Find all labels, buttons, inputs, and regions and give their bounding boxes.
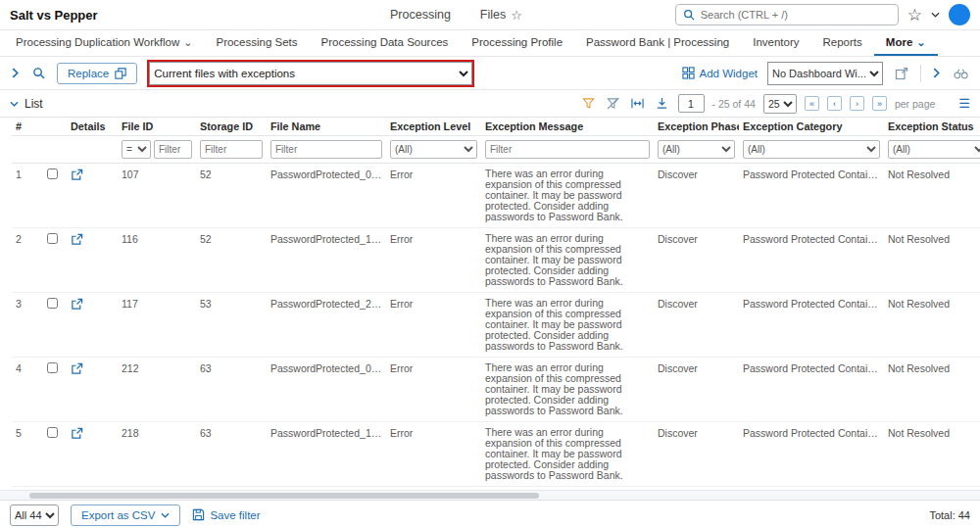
- top-tab-files[interactable]: Files ☆: [480, 8, 522, 23]
- row-checkbox[interactable]: [47, 233, 58, 244]
- table-row[interactable]: 2 116 52 PasswordProtected_1.zip Error T…: [12, 228, 980, 293]
- funnel-icon: [582, 97, 595, 110]
- open-details-icon[interactable]: [71, 362, 83, 375]
- exception-message-filter-input[interactable]: [485, 140, 650, 159]
- cell-exception-status: Not Resolved: [884, 228, 980, 293]
- clear-filter-button[interactable]: [605, 95, 621, 112]
- cell-file-id: 212: [118, 358, 196, 422]
- fit-width-icon: [631, 97, 644, 110]
- list-section-toggle[interactable]: List: [10, 97, 43, 111]
- save-filter-button[interactable]: Save filter: [192, 508, 260, 521]
- open-details-icon[interactable]: [71, 233, 83, 246]
- horizontal-scrollbar-thumb[interactable]: [29, 493, 539, 499]
- fit-columns-button[interactable]: [629, 95, 646, 112]
- open-details-icon[interactable]: [71, 168, 83, 181]
- first-page-button[interactable]: «: [805, 96, 819, 111]
- export-csv-button[interactable]: Export as CSV: [71, 504, 180, 526]
- nav-tab-inventory[interactable]: Inventory: [741, 30, 810, 56]
- quick-search-button[interactable]: [30, 65, 47, 81]
- exception-category-filter-select[interactable]: (All): [743, 140, 880, 159]
- col-header-select: [43, 118, 67, 136]
- table-row[interactable]: 1 107 52 PasswordProtected_0.zip Error T…: [12, 164, 980, 228]
- row-number: 3: [12, 293, 43, 358]
- search-input[interactable]: [701, 9, 891, 21]
- col-header-exception-message[interactable]: Exception Message: [481, 118, 654, 136]
- page-number-input[interactable]: [678, 94, 705, 113]
- nav-tab-label: Inventory: [753, 36, 799, 48]
- cell-exception-level: Error: [386, 164, 481, 228]
- toolbar-right: Add Widget No Dashboard Wi...: [682, 62, 970, 85]
- col-header-file-name[interactable]: File Name: [267, 118, 386, 136]
- column-menu-icon[interactable]: ☰: [958, 96, 970, 111]
- nav-tab-password-bank-processing[interactable]: Password Bank | Processing: [574, 30, 741, 56]
- col-header-exception-level[interactable]: Exception Level: [386, 118, 481, 136]
- table-row[interactable]: 5 218 63 PasswordProtected_1.zip Error T…: [12, 422, 980, 487]
- nav-tab-reports[interactable]: Reports: [811, 30, 874, 56]
- app-title: Salt vs Pepper: [10, 8, 98, 23]
- horizontal-scrollbar[interactable]: [0, 490, 980, 500]
- view-select-highlight: Current files with exceptions: [147, 60, 474, 87]
- open-details-icon[interactable]: [71, 427, 83, 440]
- top-tab-processing[interactable]: Processing: [390, 8, 451, 22]
- selection-scope-select[interactable]: All 44: [10, 504, 59, 526]
- col-header-exception-category[interactable]: Exception Category: [739, 118, 884, 136]
- export-csv-label: Export as CSV: [81, 509, 155, 521]
- table-row[interactable]: 4 212 63 PasswordProtected_0.zip Error T…: [12, 358, 980, 422]
- col-header-file-id[interactable]: File ID: [118, 118, 196, 136]
- nav-tab-more[interactable]: More⌄: [874, 30, 938, 56]
- per-page-select[interactable]: 25: [763, 94, 797, 114]
- binoculars-icon: [954, 68, 968, 79]
- open-details-icon[interactable]: [71, 298, 83, 311]
- exception-status-filter-select[interactable]: (All): [888, 140, 980, 159]
- favorite-page-star-icon[interactable]: ☆: [511, 8, 522, 23]
- favorites-star-icon[interactable]: ☆: [907, 7, 922, 24]
- col-header-exception-phase[interactable]: Exception Phase: [654, 118, 739, 136]
- nav-tab-processing-sets[interactable]: Processing Sets: [204, 30, 309, 56]
- file-id-operator-select[interactable]: =: [122, 140, 151, 159]
- find-button[interactable]: [952, 66, 970, 81]
- cell-exception-level: Error: [386, 228, 481, 293]
- cell-exception-category: Password Protected Container: [739, 422, 884, 487]
- filter-button[interactable]: [580, 95, 597, 112]
- cell-exception-level: Error: [386, 422, 481, 487]
- col-header-num[interactable]: #: [12, 118, 43, 136]
- favorites-chevron-down-icon[interactable]: [931, 12, 940, 18]
- open-dashboard-button[interactable]: [893, 65, 910, 82]
- exception-phase-filter-select[interactable]: (All): [658, 140, 735, 159]
- nav-tab-processing-duplication-workflow[interactable]: Processing Duplication Workflow⌄: [4, 30, 204, 56]
- toolbar-divider: [920, 65, 921, 82]
- saved-view-select[interactable]: Current files with exceptions: [149, 62, 472, 85]
- nav-tab-processing-profile[interactable]: Processing Profile: [460, 30, 574, 56]
- next-panel-button[interactable]: [931, 66, 942, 80]
- storage-id-filter-input[interactable]: [200, 140, 263, 159]
- cell-file-id: 117: [118, 293, 196, 358]
- chevron-down-icon: ⌄: [183, 39, 192, 46]
- import-button[interactable]: [654, 95, 670, 112]
- col-header-details[interactable]: Details: [67, 118, 118, 136]
- dashboard-select[interactable]: No Dashboard Wi...: [767, 62, 883, 85]
- file-id-filter-input[interactable]: [154, 140, 192, 159]
- last-page-button[interactable]: »: [872, 96, 887, 111]
- row-checkbox[interactable]: [47, 427, 58, 438]
- row-checkbox[interactable]: [47, 362, 58, 373]
- col-header-storage-id[interactable]: Storage ID: [196, 118, 267, 136]
- cell-storage-id: 52: [196, 228, 267, 293]
- global-search-box[interactable]: [675, 4, 899, 25]
- col-header-exception-status[interactable]: Exception Status: [884, 118, 980, 136]
- add-widget-button[interactable]: Add Widget: [682, 67, 758, 79]
- file-name-filter-input[interactable]: [270, 140, 382, 159]
- chevron-down-icon: [10, 101, 19, 107]
- collapse-panel-button[interactable]: [10, 66, 21, 80]
- user-avatar[interactable]: [949, 4, 970, 25]
- nav-tab-processing-data-sources[interactable]: Processing Data Sources: [310, 30, 461, 56]
- row-checkbox[interactable]: [47, 168, 58, 179]
- exception-level-filter-select[interactable]: (All): [390, 140, 477, 159]
- row-checkbox[interactable]: [47, 298, 58, 309]
- next-page-button[interactable]: ›: [850, 96, 864, 111]
- cell-exception-phase: Discover: [654, 293, 739, 358]
- prev-page-button[interactable]: ‹: [827, 96, 842, 111]
- nav-tab-label: Reports: [823, 36, 862, 48]
- replace-button-label: Replace: [68, 68, 109, 79]
- replace-button[interactable]: Replace: [57, 63, 137, 84]
- table-row[interactable]: 3 117 53 PasswordProtected_2.zip Error T…: [12, 293, 980, 358]
